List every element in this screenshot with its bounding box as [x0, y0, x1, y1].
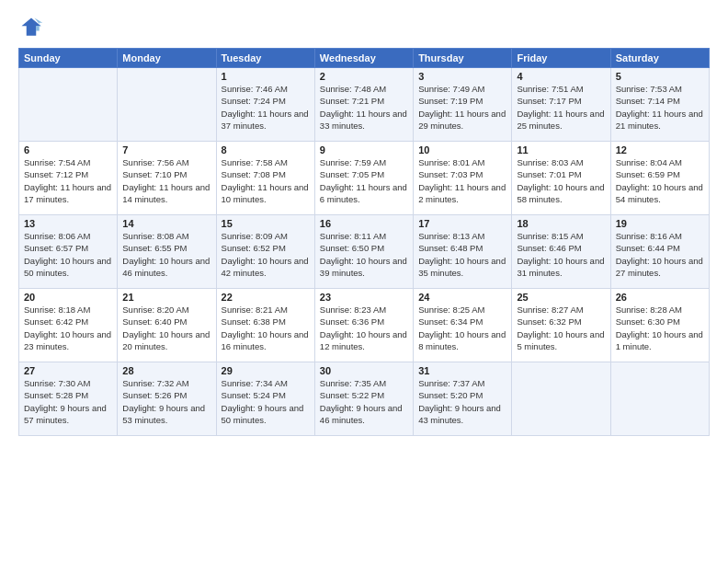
day-number: 12: [616, 144, 704, 155]
day-info: Sunrise: 8:11 AMSunset: 6:50 PMDaylight:…: [320, 230, 408, 279]
day-number: 17: [418, 218, 506, 229]
day-cell: 24Sunrise: 8:25 AMSunset: 6:34 PMDayligh…: [414, 289, 512, 362]
day-info: Sunrise: 7:54 AMSunset: 7:12 PMDaylight:…: [24, 156, 112, 205]
day-cell: 4Sunrise: 7:51 AMSunset: 7:17 PMDaylight…: [512, 68, 610, 142]
day-info: Sunrise: 8:13 AMSunset: 6:48 PMDaylight:…: [418, 230, 506, 279]
day-cell: 15Sunrise: 8:09 AMSunset: 6:52 PMDayligh…: [216, 215, 314, 289]
day-info: Sunrise: 7:30 AMSunset: 5:28 PMDaylight:…: [24, 377, 112, 426]
day-cell: 31Sunrise: 7:37 AMSunset: 5:20 PMDayligh…: [414, 362, 512, 436]
day-cell: 17Sunrise: 8:13 AMSunset: 6:48 PMDayligh…: [414, 215, 512, 289]
day-cell: 25Sunrise: 8:27 AMSunset: 6:32 PMDayligh…: [512, 289, 610, 362]
day-cell: 29Sunrise: 7:34 AMSunset: 5:24 PMDayligh…: [216, 362, 314, 436]
day-cell: 9Sunrise: 7:59 AMSunset: 7:05 PMDaylight…: [314, 142, 413, 215]
day-number: 26: [616, 292, 704, 303]
day-cell: 22Sunrise: 8:21 AMSunset: 6:38 PMDayligh…: [216, 289, 314, 362]
day-info: Sunrise: 8:08 AMSunset: 6:55 PMDaylight:…: [122, 230, 210, 279]
day-info: Sunrise: 8:28 AMSunset: 6:30 PMDaylight:…: [616, 304, 704, 352]
day-info: Sunrise: 8:15 AMSunset: 6:46 PMDaylight:…: [517, 230, 605, 279]
day-info: Sunrise: 8:06 AMSunset: 6:57 PMDaylight:…: [24, 230, 112, 279]
day-info: Sunrise: 8:03 AMSunset: 7:01 PMDaylight:…: [517, 156, 605, 205]
week-row-4: 20Sunrise: 8:18 AMSunset: 6:42 PMDayligh…: [19, 289, 710, 362]
day-number: 16: [320, 218, 408, 229]
day-cell: 19Sunrise: 8:16 AMSunset: 6:44 PMDayligh…: [610, 215, 709, 289]
day-number: 3: [418, 71, 506, 82]
day-number: 7: [122, 144, 210, 155]
column-header-saturday: Saturday: [610, 49, 709, 68]
day-info: Sunrise: 7:48 AMSunset: 7:21 PMDaylight:…: [320, 83, 408, 132]
day-info: Sunrise: 7:34 AMSunset: 5:24 PMDaylight:…: [222, 377, 310, 426]
day-number: 21: [122, 292, 210, 303]
day-number: 13: [24, 218, 112, 229]
week-row-5: 27Sunrise: 7:30 AMSunset: 5:28 PMDayligh…: [19, 362, 710, 436]
day-cell: 27Sunrise: 7:30 AMSunset: 5:28 PMDayligh…: [19, 362, 118, 436]
week-row-3: 13Sunrise: 8:06 AMSunset: 6:57 PMDayligh…: [19, 215, 710, 289]
day-info: Sunrise: 7:35 AMSunset: 5:22 PMDaylight:…: [320, 377, 408, 426]
day-cell: 18Sunrise: 8:15 AMSunset: 6:46 PMDayligh…: [512, 215, 610, 289]
day-number: 9: [320, 144, 408, 155]
day-number: 2: [320, 71, 408, 82]
day-cell: 6Sunrise: 7:54 AMSunset: 7:12 PMDaylight…: [19, 142, 118, 215]
day-cell: 21Sunrise: 8:20 AMSunset: 6:40 PMDayligh…: [118, 289, 216, 362]
day-number: 15: [222, 218, 310, 229]
day-number: 28: [122, 365, 210, 376]
day-cell: 1Sunrise: 7:46 AMSunset: 7:24 PMDaylight…: [216, 68, 314, 142]
day-number: 20: [24, 292, 112, 303]
day-info: Sunrise: 7:59 AMSunset: 7:05 PMDaylight:…: [320, 156, 408, 205]
day-number: 1: [222, 71, 310, 82]
logo-icon: [18, 15, 44, 40]
day-info: Sunrise: 8:27 AMSunset: 6:32 PMDaylight:…: [517, 304, 605, 352]
day-number: 14: [122, 218, 210, 229]
day-number: 27: [24, 365, 112, 376]
logo: [18, 15, 48, 40]
day-number: 25: [517, 292, 605, 303]
column-header-wednesday: Wednesday: [314, 49, 413, 68]
page: SundayMondayTuesdayWednesdayThursdayFrid…: [0, 0, 728, 563]
day-cell: 23Sunrise: 8:23 AMSunset: 6:36 PMDayligh…: [314, 289, 413, 362]
day-number: 29: [222, 365, 310, 376]
day-cell: 13Sunrise: 8:06 AMSunset: 6:57 PMDayligh…: [19, 215, 118, 289]
day-cell: [512, 362, 610, 436]
day-number: 5: [616, 71, 704, 82]
day-cell: 3Sunrise: 7:49 AMSunset: 7:19 PMDaylight…: [414, 68, 512, 142]
day-cell: 14Sunrise: 8:08 AMSunset: 6:55 PMDayligh…: [118, 215, 216, 289]
day-number: 23: [320, 292, 408, 303]
day-cell: 8Sunrise: 7:58 AMSunset: 7:08 PMDaylight…: [216, 142, 314, 215]
day-number: 19: [616, 218, 704, 229]
day-info: Sunrise: 8:01 AMSunset: 7:03 PMDaylight:…: [418, 156, 506, 205]
day-info: Sunrise: 8:04 AMSunset: 6:59 PMDaylight:…: [616, 156, 704, 205]
day-info: Sunrise: 7:46 AMSunset: 7:24 PMDaylight:…: [222, 83, 310, 132]
day-info: Sunrise: 7:37 AMSunset: 5:20 PMDaylight:…: [418, 377, 506, 426]
header: [18, 15, 710, 40]
day-info: Sunrise: 8:20 AMSunset: 6:40 PMDaylight:…: [122, 304, 210, 352]
day-info: Sunrise: 8:25 AMSunset: 6:34 PMDaylight:…: [418, 304, 506, 352]
day-info: Sunrise: 7:51 AMSunset: 7:17 PMDaylight:…: [517, 83, 605, 132]
column-header-monday: Monday: [118, 49, 216, 68]
day-number: 22: [222, 292, 310, 303]
day-cell: 10Sunrise: 8:01 AMSunset: 7:03 PMDayligh…: [414, 142, 512, 215]
day-info: Sunrise: 8:09 AMSunset: 6:52 PMDaylight:…: [222, 230, 310, 279]
column-header-thursday: Thursday: [414, 49, 512, 68]
day-info: Sunrise: 7:49 AMSunset: 7:19 PMDaylight:…: [418, 83, 506, 132]
day-number: 11: [517, 144, 605, 155]
day-cell: 7Sunrise: 7:56 AMSunset: 7:10 PMDaylight…: [118, 142, 216, 215]
day-info: Sunrise: 8:18 AMSunset: 6:42 PMDaylight:…: [24, 304, 112, 352]
week-row-2: 6Sunrise: 7:54 AMSunset: 7:12 PMDaylight…: [19, 142, 710, 215]
day-cell: 16Sunrise: 8:11 AMSunset: 6:50 PMDayligh…: [314, 215, 413, 289]
day-info: Sunrise: 8:16 AMSunset: 6:44 PMDaylight:…: [616, 230, 704, 279]
day-number: 30: [320, 365, 408, 376]
day-cell: 5Sunrise: 7:53 AMSunset: 7:14 PMDaylight…: [610, 68, 709, 142]
day-cell: 20Sunrise: 8:18 AMSunset: 6:42 PMDayligh…: [19, 289, 118, 362]
day-cell: 30Sunrise: 7:35 AMSunset: 5:22 PMDayligh…: [314, 362, 413, 436]
week-row-1: 1Sunrise: 7:46 AMSunset: 7:24 PMDaylight…: [19, 68, 710, 142]
day-cell: [610, 362, 709, 436]
column-header-sunday: Sunday: [19, 49, 118, 68]
day-number: 6: [24, 144, 112, 155]
day-number: 4: [517, 71, 605, 82]
day-number: 24: [418, 292, 506, 303]
day-info: Sunrise: 7:53 AMSunset: 7:14 PMDaylight:…: [616, 83, 704, 132]
day-info: Sunrise: 7:56 AMSunset: 7:10 PMDaylight:…: [122, 156, 210, 205]
day-number: 8: [222, 144, 310, 155]
calendar-table: SundayMondayTuesdayWednesdayThursdayFrid…: [18, 48, 710, 436]
day-info: Sunrise: 8:21 AMSunset: 6:38 PMDaylight:…: [222, 304, 310, 352]
day-cell: 26Sunrise: 8:28 AMSunset: 6:30 PMDayligh…: [610, 289, 709, 362]
